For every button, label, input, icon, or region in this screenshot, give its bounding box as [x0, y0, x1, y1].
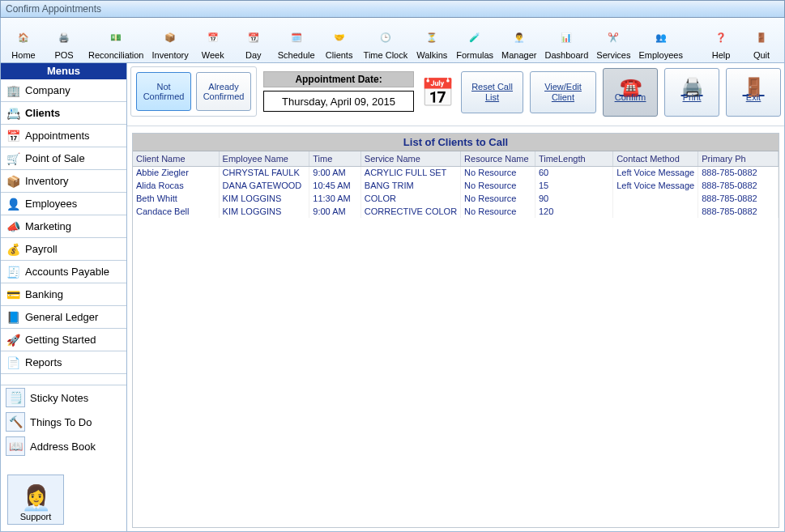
time clock-icon: 🕒: [380, 24, 391, 50]
support-icon: 👩‍💼: [21, 483, 51, 512]
window-title: Confirm Appointments: [6, 3, 101, 15]
print-button[interactable]: 🖨️ Print: [664, 68, 719, 117]
sidebar-icon: 🛒: [6, 151, 20, 166]
sidebar-item-label: Inventory: [25, 175, 68, 187]
toolbar-dashboard[interactable]: 📊Dashboard: [541, 19, 591, 62]
table-row[interactable]: Candace BellKIM LOGGINS9:00 AMCORRECTIVE…: [133, 205, 779, 218]
toolbar-walkins[interactable]: ⏳Walkins: [412, 19, 451, 62]
calendar-icon[interactable]: 📅: [420, 71, 454, 113]
phone-icon: ☎️: [620, 82, 642, 92]
toolbar-schedule[interactable]: 🗓️Schedule: [275, 19, 318, 62]
sidebar-item-general-ledger[interactable]: 📘General Ledger: [1, 306, 126, 329]
table-cell: [613, 205, 698, 218]
already-confirmed-tab[interactable]: Already Confirmed: [196, 72, 251, 111]
table-cell: Abbie Ziegler: [133, 166, 219, 179]
table-cell: BANG TRIM: [361, 179, 460, 192]
sidebar-item-accounts-payable[interactable]: 🧾Accounts Payable: [1, 261, 126, 283]
sidebar-item-label: Company: [25, 84, 70, 96]
inventory-icon: 📦: [164, 24, 176, 50]
toolbar-clients[interactable]: 🤝Clients: [320, 19, 359, 62]
walkins-icon: ⏳: [426, 24, 437, 50]
column-header[interactable]: Employee Name: [219, 151, 309, 166]
sidebar-item-point-of-sale[interactable]: 🛒Point of Sale: [1, 147, 126, 170]
main-area: Menus 🏢Company📇Clients📅Appointments🛒Poin…: [0, 63, 785, 532]
sidebar-item-clients[interactable]: 📇Clients: [1, 102, 126, 125]
right-action-buttons: ☎️ Confirm 🖨️ Print 🚪 Exit: [603, 66, 781, 117]
table-row[interactable]: Alida RocasDANA GATEWOOD10:45 AMBANG TRI…: [133, 179, 779, 192]
column-header[interactable]: Primary Ph: [698, 151, 779, 166]
toolbar-help[interactable]: ❓Help: [702, 19, 740, 62]
quit-icon: 🚪: [756, 24, 767, 50]
sidebar-icon: 📣: [6, 219, 20, 234]
dashboard-icon: 📊: [561, 24, 572, 50]
sidebar-extra-address-book[interactable]: 📖Address Book: [1, 434, 126, 458]
toolbar-inventory[interactable]: 📦Inventory: [148, 19, 191, 62]
column-header[interactable]: TimeLength: [535, 151, 612, 166]
clients-icon: 🤝: [334, 24, 345, 50]
table-row[interactable]: Beth WhittKIM LOGGINS11:30 AMCOLORNo Res…: [133, 192, 779, 205]
sidebar-extra-sticky-notes[interactable]: 🗒️Sticky Notes: [1, 385, 126, 410]
toolbar-formulas[interactable]: 🧪Formulas: [453, 19, 497, 62]
not-confirmed-tab[interactable]: Not Confirmed: [136, 72, 191, 111]
appointment-date-value[interactable]: Thursday, April 09, 2015: [263, 91, 414, 112]
already-confirmed-label: Already Confirmed: [197, 82, 250, 101]
sidebar-item-marketing[interactable]: 📣Marketing: [1, 215, 126, 238]
confirm-button[interactable]: ☎️ Confirm: [603, 68, 658, 117]
table-header-row: Client NameEmployee NameTimeService Name…: [133, 151, 779, 166]
table-cell: 11:30 AM: [309, 192, 361, 205]
view-edit-client-button[interactable]: View/Edit Client: [530, 71, 596, 113]
toolbar-home[interactable]: 🏠Home: [4, 19, 43, 62]
toolbar-pos[interactable]: 🖨️POS: [45, 19, 83, 62]
sidebar-extra-label: Address Book: [30, 440, 96, 453]
column-header[interactable]: Resource Name: [461, 151, 535, 166]
support-label: Support: [20, 512, 52, 521]
toolbar-day[interactable]: 📆Day: [234, 19, 273, 62]
clients-table: Client NameEmployee NameTimeService Name…: [133, 151, 779, 218]
sidebar-item-getting-started[interactable]: 🚀Getting Started: [1, 329, 126, 351]
reset-call-list-label: Reset Call List: [467, 82, 518, 103]
toolbar-manager[interactable]: 👨‍💼Manager: [498, 19, 540, 62]
exit-button[interactable]: 🚪 Exit: [726, 68, 781, 117]
sidebar-item-company[interactable]: 🏢Company: [1, 79, 126, 102]
table-cell: CORRECTIVE COLOR: [361, 205, 460, 218]
table-row[interactable]: Abbie ZieglerCHRYSTAL FAULK9:00 AMACRYLI…: [133, 166, 779, 179]
column-header[interactable]: Time: [309, 151, 361, 166]
toolbar-quit[interactable]: 🚪Quit: [742, 19, 781, 62]
sidebar-item-inventory[interactable]: 📦Inventory: [1, 170, 126, 193]
toolbar-label: Time Clock: [364, 50, 408, 60]
sidebar-extra-label: Things To Do: [30, 416, 92, 428]
sidebar-item-banking[interactable]: 💳Banking: [1, 283, 126, 306]
sidebar-item-label: Marketing: [25, 220, 71, 232]
sidebar-extra-icon: 📖: [6, 436, 25, 456]
column-header[interactable]: Service Name: [361, 151, 460, 166]
sidebar-item-appointments[interactable]: 📅Appointments: [1, 125, 126, 147]
toolbar-label: Inventory: [151, 50, 188, 60]
sidebar-extra-label: Sticky Notes: [30, 392, 88, 404]
main-toolbar: 🏠Home🖨️POS💵Reconciliation📦Inventory📅Week…: [0, 18, 785, 63]
toolbar-employees[interactable]: 👥Employees: [636, 19, 686, 62]
sidebar-item-reports[interactable]: 📄Reports: [1, 351, 126, 374]
sidebar-item-employees[interactable]: 👤Employees: [1, 193, 126, 215]
not-confirmed-label: Not Confirmed: [137, 82, 190, 101]
table-cell: 90: [535, 192, 612, 205]
toolbar-label: Formulas: [456, 50, 493, 60]
toolbar-reconciliation[interactable]: 💵Reconciliation: [85, 19, 147, 62]
support-button[interactable]: 👩‍💼 Support: [7, 475, 64, 525]
sidebar-icon: 📅: [6, 129, 20, 143]
reset-call-list-button[interactable]: Reset Call List: [461, 71, 523, 113]
table-cell: No Resource: [461, 179, 535, 192]
toolbar-time clock[interactable]: 🕒Time Clock: [361, 19, 412, 62]
column-header[interactable]: Client Name: [133, 151, 219, 166]
table-body: Abbie ZieglerCHRYSTAL FAULK9:00 AMACRYLI…: [133, 166, 779, 218]
filter-tabs: Not Confirmed Already Confirmed: [130, 66, 257, 117]
sidebar-item-payroll[interactable]: 💰Payroll: [1, 238, 126, 261]
sidebar-item-label: Reports: [25, 356, 62, 368]
toolbar-services[interactable]: ✂️Services: [593, 19, 634, 62]
table-cell: KIM LOGGINS: [219, 205, 309, 218]
table-cell: No Resource: [461, 166, 535, 179]
column-header[interactable]: Contact Method: [613, 151, 698, 166]
sidebar-extra-things-to-do[interactable]: 🔨Things To Do: [1, 410, 126, 434]
toolbar-week[interactable]: 📅Week: [194, 19, 233, 62]
help-icon: ❓: [715, 24, 727, 50]
schedule-icon: 🗓️: [291, 24, 302, 50]
